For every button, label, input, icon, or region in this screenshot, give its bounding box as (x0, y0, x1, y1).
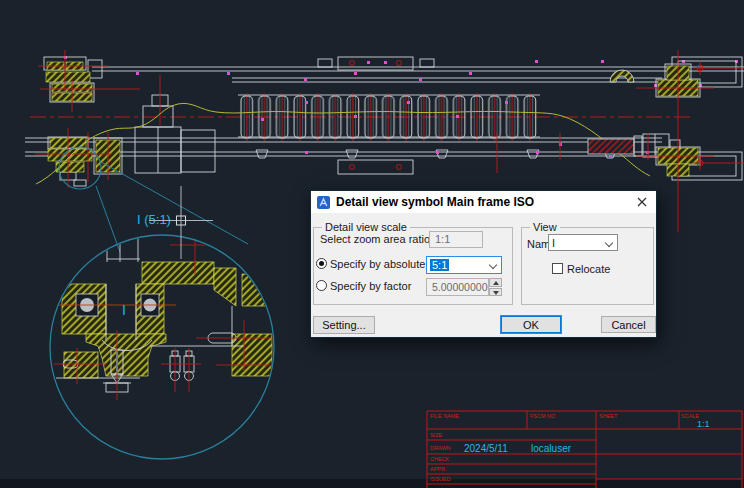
tb-drawn-label: DRAWN (430, 445, 451, 451)
spin-down-icon[interactable] (489, 288, 502, 297)
specify-absolute-label[interactable]: Specify by absolute (330, 258, 425, 270)
tb-check-label: CHECK (430, 456, 450, 462)
detail-view-label: I (5:1) (137, 212, 171, 227)
cad-app-icon (317, 196, 330, 209)
tb-file-name-label: FILE NAME (430, 413, 459, 419)
application-window: I I (5:1) (0, 0, 744, 488)
absolute-scale-combo[interactable]: 5:1 (426, 256, 502, 274)
dialog-titlebar[interactable]: Detail view symbol Main frame ISO (311, 191, 656, 213)
specify-factor-radio[interactable] (316, 280, 327, 291)
ok-button[interactable]: OK (501, 316, 561, 333)
view-group-title: View (530, 221, 560, 233)
zoom-ratio-label: Select zoom area ratio: (320, 233, 433, 245)
scale-group-title: Detail view scale (322, 221, 410, 233)
cancel-button[interactable]: Cancel (601, 316, 656, 333)
tb-appr-label: APPR. (430, 466, 447, 472)
absolute-scale-value: 5:1 (430, 259, 449, 271)
tb-size-label: SIZE (430, 432, 443, 438)
detail-view-symbol-dialog: Detail view symbol Main frame ISO Detail… (310, 190, 657, 338)
specify-absolute-radio[interactable] (316, 258, 327, 269)
dialog-title: Detail view symbol Main frame ISO (336, 195, 534, 209)
setting-button[interactable]: Setting... (313, 316, 375, 334)
relocate-checkbox[interactable] (552, 263, 563, 274)
conveyor-rollers (238, 93, 540, 141)
detail-letter-text: I (122, 302, 126, 318)
factor-spinner (489, 278, 502, 296)
spin-up-icon[interactable] (489, 278, 502, 287)
view-name-value: I (552, 237, 555, 249)
tb-issued-label: ISSUED (430, 476, 451, 482)
zoom-ratio-field: 1:1 (429, 231, 483, 248)
canvas-bottom-band (0, 479, 744, 488)
relocate-label[interactable]: Relocate (567, 263, 610, 275)
tb-drawn-by: localuser (531, 443, 572, 454)
factor-field[interactable]: 5.0000000000 (426, 278, 489, 296)
tb-scale-value: 1:1 (697, 419, 710, 429)
chevron-down-icon[interactable] (605, 239, 613, 247)
tb-sheet-label: SHEET (599, 413, 618, 419)
tb-drawn-date: 2024/5/11 (464, 443, 508, 454)
specify-factor-label[interactable]: Specify by factor (330, 280, 411, 292)
chevron-down-icon[interactable] (489, 261, 497, 269)
view-name-combo[interactable]: I (548, 234, 618, 251)
close-icon[interactable] (634, 195, 650, 209)
tb-fscm-label: FSCM NO (530, 413, 556, 419)
